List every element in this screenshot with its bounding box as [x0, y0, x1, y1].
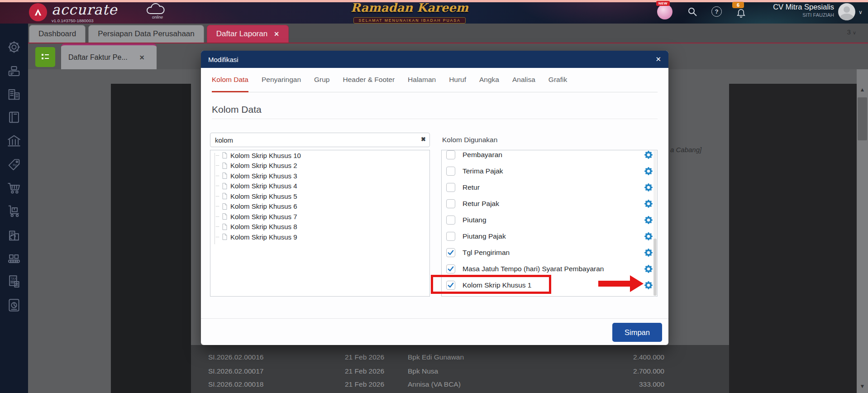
- tax-icon[interactable]: TAX: [6, 274, 22, 289]
- left-sidebar: RpTAX: [0, 24, 28, 393]
- dialog-tab-grafik[interactable]: Grafik: [548, 68, 567, 92]
- section-title: Kolom Data: [212, 104, 262, 115]
- inventory-trolley-icon[interactable]: [6, 203, 22, 219]
- checkbox-unchecked[interactable]: [446, 216, 455, 225]
- new-badge: NEW: [656, 1, 670, 6]
- dialog-tab-penyaringan[interactable]: Penyaringan: [262, 68, 301, 92]
- dialog-close-icon[interactable]: ✕: [655, 55, 661, 63]
- list-scrollbar-thumb[interactable]: [653, 239, 657, 296]
- used-columns-list: PembayaranTerima PajakReturRetur PajakPi…: [441, 150, 658, 297]
- column-settings-gear-icon[interactable]: [644, 151, 653, 159]
- available-column-item[interactable]: Kolom Skrip Khusus 2: [210, 161, 429, 171]
- column-settings-gear-icon[interactable]: [644, 183, 653, 192]
- fixed-assets-icon[interactable]: [6, 227, 22, 243]
- dialog-tab-grup[interactable]: Grup: [314, 68, 329, 92]
- tab-label: Persiapan Data Perusahaan: [98, 29, 195, 38]
- checkbox-unchecked[interactable]: [446, 232, 455, 241]
- available-column-item[interactable]: Kolom Skrip Khusus 9: [210, 232, 429, 242]
- svg-text:Rp: Rp: [13, 163, 17, 167]
- tab-persiapan-data-perusahaan[interactable]: Persiapan Data Perusahaan: [88, 25, 204, 43]
- bank-icon[interactable]: [6, 133, 22, 149]
- available-column-item[interactable]: Kolom Skrip Khusus 10: [210, 150, 429, 161]
- dialog-tab-kolom-data[interactable]: Kolom Data: [212, 68, 248, 92]
- invoice-table-row: SI.2026.02.0001721 Feb 2026Bpk Nusa2.700…: [191, 367, 729, 377]
- used-column-label: Retur Pajak: [463, 200, 637, 208]
- tree-branch: [216, 165, 219, 166]
- table-cell: 333.000: [639, 380, 664, 388]
- used-column-label: Piutang: [463, 216, 637, 224]
- document-icon: [222, 182, 228, 190]
- account-chevron-down-icon[interactable]: ∨: [858, 9, 863, 15]
- column-settings-gear-icon[interactable]: [644, 167, 653, 175]
- banner-title: Ramadan Kareem: [312, 0, 507, 15]
- column-settings-gear-icon[interactable]: [644, 232, 653, 240]
- notifications-bell-icon[interactable]: [736, 8, 746, 20]
- available-column-label: Kolom Skrip Khusus 2: [230, 162, 297, 169]
- dialog-tab-angka[interactable]: Angka: [479, 68, 499, 92]
- dialog-tab-huruf[interactable]: Huruf: [449, 68, 466, 92]
- cash-register-icon[interactable]: [6, 63, 22, 79]
- subtab-daftar-faktur[interactable]: Daftar Faktur Pe... ✕: [61, 43, 157, 69]
- used-columns-label: Kolom Digunakan: [441, 133, 658, 147]
- search-icon[interactable]: [687, 6, 698, 19]
- tab-dashboard[interactable]: Dashboard: [29, 25, 86, 43]
- available-column-item[interactable]: Kolom Skrip Khusus 3: [210, 171, 429, 181]
- tab-close-icon[interactable]: ✕: [274, 30, 279, 38]
- available-column-item[interactable]: Kolom Skrip Khusus 8: [210, 222, 429, 232]
- checkbox-checked[interactable]: [446, 248, 455, 257]
- checkbox-unchecked[interactable]: [446, 150, 455, 159]
- column-settings-gear-icon[interactable]: [644, 281, 653, 289]
- section-divider: [212, 119, 658, 119]
- background-partial-text: a Cabang]: [670, 146, 701, 153]
- purchases-cart-icon[interactable]: [6, 180, 22, 196]
- save-button[interactable]: Simpan: [612, 323, 662, 342]
- used-column-label: Retur: [463, 183, 637, 192]
- available-column-item[interactable]: Kolom Skrip Khusus 4: [210, 181, 429, 192]
- dialog-tab-halaman[interactable]: Halaman: [408, 68, 436, 92]
- clear-search-icon[interactable]: ✖: [421, 136, 426, 143]
- help-icon[interactable]: ?: [711, 6, 722, 17]
- dialog-tab-header-footer[interactable]: Header & Footer: [343, 68, 395, 92]
- checkbox-checked[interactable]: [446, 281, 455, 290]
- app-screen: accurate online v1.0.1#3750-1880003 Rama…: [0, 0, 868, 393]
- used-column-label: Kolom Skrip Khusus 1: [463, 281, 637, 289]
- table-cell: SI.2026.02.00016: [208, 353, 263, 361]
- checkbox-unchecked[interactable]: [446, 167, 455, 176]
- used-column-row: Retur Pajak: [442, 196, 657, 212]
- settings-icon[interactable]: [6, 39, 22, 55]
- reports-icon[interactable]: [6, 297, 22, 313]
- journal-icon[interactable]: [6, 110, 22, 125]
- price-tag-icon[interactable]: Rp: [6, 157, 22, 172]
- manufacturing-icon[interactable]: [6, 250, 22, 266]
- modifikasi-dialog: Modifikasi ✕ Kolom DataPenyaringanGrupHe…: [201, 51, 668, 345]
- tab-daftar-laporan[interactable]: Daftar Laporan✕: [207, 25, 289, 43]
- report-list-button[interactable]: [35, 47, 55, 67]
- used-column-label: Piutang Pajak: [463, 232, 637, 240]
- available-column-label: Kolom Skrip Khusus 3: [230, 172, 297, 180]
- checkbox-checked[interactable]: [446, 264, 455, 273]
- table-cell: SI.2026.02.00018: [208, 380, 263, 388]
- document-icon: [222, 162, 228, 169]
- table-cell: 21 Feb 2026: [345, 380, 384, 388]
- subtab-close-icon[interactable]: ✕: [139, 54, 145, 61]
- tree-branch: [216, 226, 219, 227]
- scroll-down-icon: ▼: [857, 383, 868, 389]
- checkbox-unchecked[interactable]: [446, 199, 455, 208]
- ramadan-banner: Ramadan Kareem SELAMAT MENUNAIKAN IBADAH…: [312, 0, 507, 24]
- dialog-tab-analisa[interactable]: Analisa: [512, 68, 535, 92]
- column-settings-gear-icon[interactable]: [644, 200, 653, 208]
- column-settings-gear-icon[interactable]: [644, 249, 653, 257]
- column-settings-gear-icon[interactable]: [644, 216, 653, 224]
- available-column-item[interactable]: Kolom Skrip Khusus 7: [210, 211, 429, 222]
- available-column-item[interactable]: Kolom Skrip Khusus 6: [210, 201, 429, 212]
- user-avatar[interactable]: [838, 3, 855, 20]
- available-columns-panel: ✖ Kolom Skrip Khusus 10Kolom Skrip Khusu…: [210, 133, 430, 297]
- column-search-input[interactable]: [210, 133, 430, 147]
- column-settings-gear-icon[interactable]: [644, 265, 653, 273]
- available-column-item[interactable]: Kolom Skrip Khusus 5: [210, 191, 429, 201]
- company-icon[interactable]: [6, 86, 22, 102]
- checkbox-unchecked[interactable]: [446, 183, 455, 192]
- whats-new-avatar[interactable]: [657, 4, 672, 19]
- document-icon: [222, 172, 228, 179]
- notification-count-badge: 6: [732, 2, 744, 8]
